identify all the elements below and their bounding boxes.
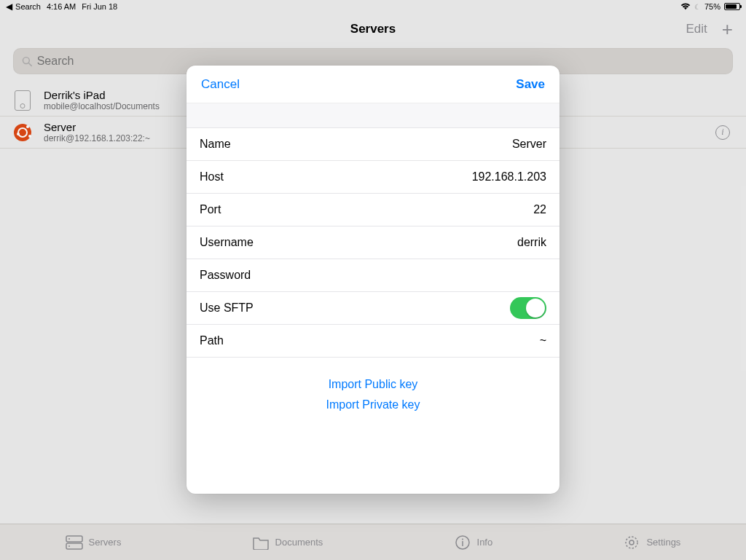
field-label: Name	[200, 138, 231, 151]
field-label: Password	[200, 269, 251, 282]
port-field[interactable]: 22	[533, 203, 546, 216]
save-button[interactable]: Save	[516, 77, 545, 92]
field-label: Use SFTP	[200, 301, 254, 315]
username-row[interactable]: Username derrik	[186, 226, 560, 259]
password-row[interactable]: Password	[186, 259, 560, 292]
server-edit-modal: Cancel Save Name Server Host 192.168.1.2…	[186, 66, 560, 494]
host-row[interactable]: Host 192.168.1.203	[186, 161, 560, 194]
sftp-row: Use SFTP	[186, 292, 560, 325]
name-field[interactable]: Server	[512, 138, 546, 151]
port-row[interactable]: Port 22	[186, 194, 560, 226]
import-private-key-button[interactable]: Import Private key	[326, 398, 420, 411]
path-row[interactable]: Path ~	[186, 325, 560, 358]
field-label: Path	[200, 334, 224, 347]
field-label: Port	[200, 203, 221, 216]
field-label: Host	[200, 170, 224, 184]
field-label: Username	[200, 236, 254, 249]
cancel-button[interactable]: Cancel	[201, 77, 240, 92]
host-field[interactable]: 192.168.1.203	[472, 170, 546, 184]
username-field[interactable]: derrik	[517, 236, 546, 249]
path-field[interactable]: ~	[540, 334, 546, 347]
section-gap	[186, 103, 560, 128]
name-row[interactable]: Name Server	[186, 128, 560, 161]
sftp-toggle[interactable]	[510, 297, 546, 319]
import-public-key-button[interactable]: Import Public key	[329, 378, 418, 391]
